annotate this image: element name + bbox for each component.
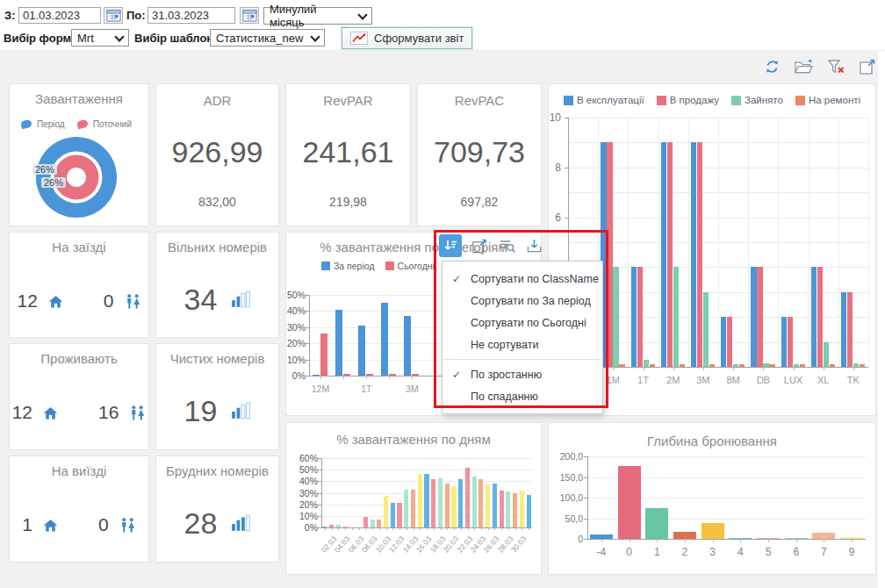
period-select-value: Минулий місяць <box>270 3 352 29</box>
menu-item-6[interactable]: По спаданню <box>442 385 602 407</box>
to-date-input[interactable] <box>148 7 235 24</box>
clean-rooms-value: 19 <box>184 394 218 428</box>
tick <box>399 527 400 530</box>
tick <box>824 539 824 542</box>
template-select[interactable]: Статистика_new <box>210 29 325 47</box>
bar <box>506 491 510 527</box>
chevron-down-icon <box>114 32 124 41</box>
bar <box>840 537 863 539</box>
dashboard-screen: З: По: Минулий місяць Вибір формату Mrt … <box>0 0 885 588</box>
report-chart-icon <box>350 32 368 45</box>
maximize-icon[interactable] <box>470 236 489 255</box>
bar <box>371 520 375 527</box>
tick <box>703 367 704 370</box>
bar <box>709 364 715 367</box>
house-icon <box>43 406 58 419</box>
export-icon[interactable] <box>524 236 543 255</box>
menu-item-label: По спаданню <box>471 391 538 403</box>
bar <box>366 374 373 376</box>
card-title: RevPAR <box>286 93 410 108</box>
sort-preview-icon[interactable] <box>497 236 516 255</box>
x-tick-label: 12M <box>298 384 343 394</box>
from-date-input[interactable] <box>18 7 101 24</box>
y-tick-label: 6 <box>540 212 561 224</box>
gridline <box>688 118 689 367</box>
tick <box>685 539 686 542</box>
period-select[interactable]: Минулий місяць <box>263 7 372 25</box>
tick <box>407 527 407 530</box>
tick <box>372 527 373 530</box>
bar <box>438 478 442 527</box>
open-report-icon[interactable] <box>794 56 814 76</box>
gridline <box>778 118 779 367</box>
template-select-value: Статистика_new <box>216 32 303 45</box>
bar <box>384 496 388 527</box>
card-title: Проживають <box>10 351 148 366</box>
menu-item-2[interactable]: Сортувати по Сьогодні <box>442 312 602 333</box>
tick <box>824 367 824 370</box>
menu-item-1[interactable]: Сортувати по За період <box>442 290 602 312</box>
checkmark-icon: ✓ <box>442 369 471 381</box>
bar <box>812 533 835 539</box>
y-tick-label: 40% <box>284 305 306 316</box>
sort-icon[interactable] <box>439 234 462 257</box>
y-axis <box>321 458 322 528</box>
y-tick-label: 100,0 <box>552 492 583 503</box>
y-tick-label: 30% <box>284 322 306 333</box>
card-revpar: RevPAR 241,61 219,98 <box>285 83 411 226</box>
card-title: На виїзді <box>10 463 148 478</box>
tick <box>359 527 360 530</box>
tick <box>733 367 734 370</box>
chevron-down-icon <box>310 32 320 41</box>
clear-filter-icon[interactable] <box>825 56 845 76</box>
format-select[interactable]: Mrt <box>71 29 129 47</box>
tick <box>796 539 797 542</box>
bar <box>363 517 368 527</box>
bar <box>465 468 470 528</box>
refresh-icon[interactable] <box>762 56 782 76</box>
card-revpac: RevPAC 709,73 697,82 <box>417 83 542 226</box>
maximize-icon[interactable] <box>857 56 877 76</box>
x-tick-label: -4 <box>588 546 615 558</box>
tick <box>461 527 462 530</box>
bar <box>404 490 408 527</box>
y-tick-label: 20% <box>284 338 306 348</box>
card-departures: На виїзді 1 0 <box>9 455 149 563</box>
legend-item: В експлуатації <box>564 95 644 105</box>
tick <box>494 527 495 530</box>
card-booking-depth-chart: Глибина бронювання 050,0100,0150,0200,0-… <box>548 422 876 575</box>
tick <box>657 539 658 542</box>
to-calendar-button[interactable] <box>240 7 259 24</box>
report-toolbar: З: По: Минулий місяць Вибір формату Mrt … <box>0 0 885 51</box>
menu-item-label: Сортувати по ClassName <box>471 273 599 285</box>
generate-report-button[interactable]: Сформувати звіт <box>342 27 472 49</box>
calendar-icon <box>242 9 257 22</box>
bar <box>520 491 524 527</box>
bar <box>613 267 618 367</box>
revpar-subvalue: 219,98 <box>286 195 410 209</box>
bar-chart-icon <box>231 514 250 532</box>
menu-item-0[interactable]: ✓Сортувати по ClassName <box>442 268 602 290</box>
x-tick-label: 8M <box>718 375 748 385</box>
menu-item-3[interactable]: Не сортувати <box>442 333 602 355</box>
menu-item-5[interactable]: ✓По зростанню <box>442 363 602 385</box>
y-tick-label: 10 <box>540 111 561 124</box>
tick <box>794 367 795 370</box>
y-tick-label: 10% <box>295 511 318 521</box>
bar <box>853 363 859 367</box>
gridline <box>809 118 809 367</box>
card-free-rooms: Вільних номерів 34 <box>155 232 279 338</box>
tick <box>713 539 714 542</box>
gridline <box>658 118 659 367</box>
y-tick-label: 8 <box>540 161 561 174</box>
x-tick-label: 0 <box>616 546 643 558</box>
bar <box>757 538 780 539</box>
bar <box>703 292 709 367</box>
tick <box>345 527 346 530</box>
tick <box>515 527 516 530</box>
tick <box>481 527 482 530</box>
from-calendar-button[interactable] <box>104 7 123 24</box>
adr-subvalue: 832,00 <box>156 195 278 209</box>
x-tick-label: XL <box>809 375 838 385</box>
bar <box>397 503 401 527</box>
